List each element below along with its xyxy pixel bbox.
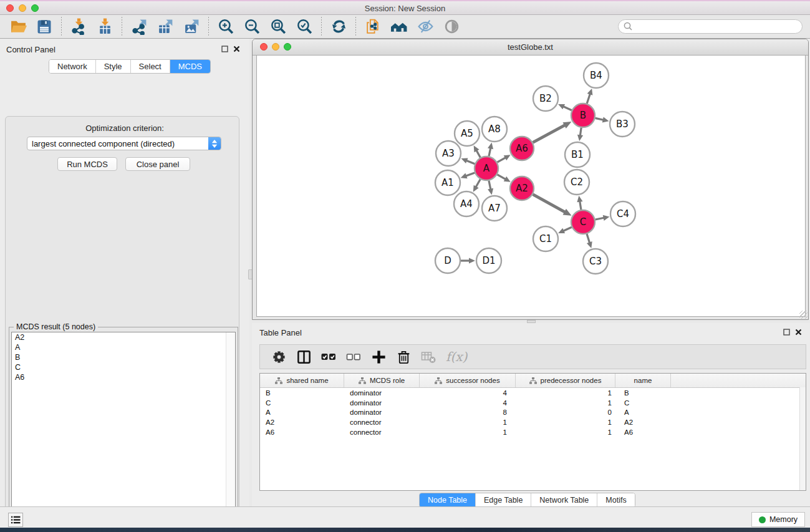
search-field[interactable] bbox=[618, 19, 803, 34]
table-cell[interactable]: A2 bbox=[260, 418, 344, 426]
graph-edge[interactable] bbox=[465, 173, 475, 177]
table-cell[interactable]: 4 bbox=[420, 399, 516, 407]
delete-column-trash-icon[interactable] bbox=[394, 347, 413, 366]
table-cell[interactable]: 1 bbox=[420, 428, 516, 436]
tab-motifs[interactable]: Motifs bbox=[597, 493, 634, 507]
table-cell[interactable]: A bbox=[260, 409, 344, 416]
show-eye-icon[interactable] bbox=[442, 17, 461, 36]
zoom-in-icon[interactable] bbox=[216, 17, 235, 36]
table-cell[interactable]: 4 bbox=[420, 389, 516, 397]
table-cell[interactable]: connector bbox=[344, 418, 420, 426]
unselect-all-columns-icon[interactable] bbox=[344, 347, 363, 366]
graph-edge[interactable] bbox=[533, 125, 566, 142]
graph-edge[interactable] bbox=[466, 160, 475, 164]
optimization-criterion-select[interactable]: largest connected component (directed) bbox=[27, 137, 221, 150]
export-image-icon[interactable] bbox=[182, 17, 201, 36]
zoom-out-icon[interactable] bbox=[243, 17, 261, 36]
tab-style[interactable]: Style bbox=[96, 60, 131, 73]
mcds-result-item[interactable]: A bbox=[12, 342, 235, 352]
table-cell[interactable]: A6 bbox=[260, 428, 344, 436]
table-row[interactable]: A2connector11A2 bbox=[260, 417, 806, 427]
hide-unhide-icon[interactable] bbox=[416, 17, 435, 36]
float-panel-icon[interactable] bbox=[783, 329, 790, 336]
show-task-history-button[interactable] bbox=[8, 513, 23, 527]
column-header-mcds-role[interactable]: MCDS role bbox=[344, 374, 420, 387]
close-panel-button[interactable]: Close panel bbox=[125, 157, 190, 171]
table-cell[interactable]: B bbox=[615, 389, 671, 397]
column-header-shared-name[interactable]: shared name bbox=[260, 374, 344, 387]
close-panel-icon[interactable] bbox=[233, 46, 240, 52]
graph-edge[interactable] bbox=[595, 118, 604, 120]
home-views-icon[interactable] bbox=[390, 17, 408, 36]
graph-edge[interactable] bbox=[562, 106, 571, 110]
mcds-result-item[interactable]: C bbox=[12, 362, 235, 372]
graph-edge[interactable] bbox=[476, 150, 481, 157]
network-canvas[interactable]: B4B2BB3A8A5A6A3B1AC2A1A2A4A7C4CC1C3DD1 bbox=[256, 55, 806, 317]
table-settings-gear-icon[interactable] bbox=[269, 347, 288, 366]
graph-edge[interactable] bbox=[587, 234, 590, 243]
table-cell[interactable]: C bbox=[615, 399, 671, 407]
network-window-titlebar[interactable]: testGlobe.txt bbox=[253, 39, 808, 56]
graph-edge[interactable] bbox=[587, 94, 590, 104]
memory-button[interactable]: Memory bbox=[751, 512, 805, 527]
column-header-successor-nodes[interactable]: successor nodes bbox=[420, 374, 516, 387]
tab-network[interactable]: Network bbox=[49, 60, 96, 73]
table-row[interactable]: Bdominator41B bbox=[260, 388, 806, 398]
table-row[interactable]: Adominator80A bbox=[260, 407, 806, 417]
resize-grip-icon[interactable] bbox=[799, 311, 808, 319]
close-panel-icon[interactable] bbox=[795, 329, 802, 336]
table-cell[interactable]: 8 bbox=[420, 409, 516, 416]
table-row[interactable]: A6connector11A6 bbox=[260, 427, 806, 437]
mcds-result-item[interactable]: A6 bbox=[12, 372, 235, 382]
create-column-plus-icon[interactable] bbox=[369, 347, 388, 366]
mcds-result-list[interactable]: A2ABCA6 bbox=[11, 332, 236, 532]
table-cell[interactable]: connector bbox=[344, 428, 420, 436]
open-file-icon[interactable] bbox=[9, 17, 27, 36]
select-all-columns-icon[interactable] bbox=[319, 347, 338, 366]
column-header-name[interactable]: name bbox=[615, 374, 671, 387]
refresh-icon[interactable] bbox=[329, 17, 348, 36]
tab-select[interactable]: Select bbox=[131, 60, 170, 73]
export-table-icon[interactable] bbox=[156, 17, 175, 36]
export-network-icon[interactable] bbox=[130, 17, 148, 36]
table-cell[interactable]: A bbox=[615, 409, 671, 416]
duplicate-network-icon[interactable] bbox=[364, 17, 382, 36]
result-list-scrollbar[interactable] bbox=[226, 332, 235, 532]
table-row[interactable]: Cdominator41C bbox=[260, 398, 806, 408]
graph-edge[interactable] bbox=[562, 227, 571, 231]
table-cell[interactable]: A2 bbox=[615, 418, 671, 426]
table-cell[interactable]: 1 bbox=[516, 428, 615, 436]
tab-node-table[interactable]: Node Table bbox=[420, 493, 476, 507]
mcds-result-item[interactable]: A2 bbox=[12, 332, 235, 342]
column-header-predecessor-nodes[interactable]: predecessor nodes bbox=[516, 374, 615, 387]
table-cell[interactable]: 1 bbox=[516, 418, 615, 426]
graph-edge[interactable] bbox=[580, 128, 581, 137]
table-cell[interactable]: 1 bbox=[420, 418, 516, 426]
graph-edge[interactable] bbox=[476, 179, 481, 187]
tab-mcds[interactable]: MCDS bbox=[170, 60, 210, 73]
table-scrollbar[interactable] bbox=[799, 387, 806, 490]
table-cell[interactable]: B bbox=[260, 389, 344, 397]
graph-edge[interactable] bbox=[580, 201, 581, 210]
mcds-result-item[interactable]: B bbox=[12, 352, 235, 362]
table-cell[interactable]: 0 bbox=[516, 409, 615, 416]
zoom-selected-icon[interactable] bbox=[295, 17, 314, 36]
table-cell[interactable]: A6 bbox=[615, 428, 671, 436]
save-session-icon[interactable] bbox=[35, 17, 54, 36]
tab-edge-table[interactable]: Edge Table bbox=[476, 493, 531, 507]
table-cell[interactable]: dominator bbox=[344, 409, 420, 416]
table-cell[interactable]: dominator bbox=[344, 389, 420, 397]
table-cell[interactable]: dominator bbox=[344, 399, 420, 407]
table-cell[interactable]: C bbox=[260, 399, 344, 407]
show-column-panel-icon[interactable] bbox=[294, 347, 313, 366]
float-panel-icon[interactable] bbox=[221, 46, 228, 52]
run-mcds-button[interactable]: Run MCDS bbox=[57, 157, 117, 171]
import-table-icon[interactable] bbox=[95, 17, 114, 36]
table-cell[interactable]: 1 bbox=[516, 399, 615, 407]
graph-edge[interactable] bbox=[497, 157, 506, 162]
graph-edge[interactable] bbox=[489, 181, 491, 190]
graph-edge[interactable] bbox=[489, 147, 491, 156]
import-network-icon[interactable] bbox=[69, 17, 88, 36]
search-input[interactable] bbox=[634, 22, 802, 32]
graph-edge[interactable] bbox=[533, 195, 566, 213]
